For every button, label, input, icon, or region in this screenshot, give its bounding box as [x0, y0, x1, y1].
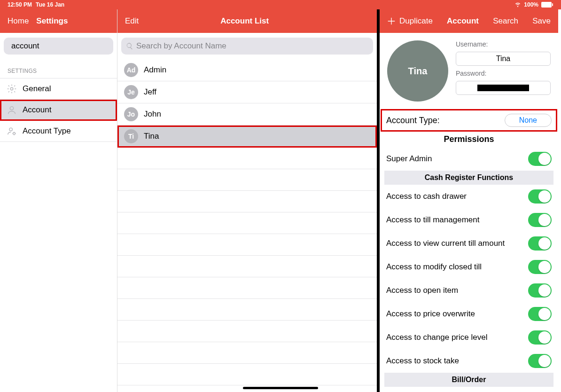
- person-gear-icon: [7, 126, 17, 136]
- sidebar-search-input[interactable]: [11, 41, 111, 51]
- toggle-perm[interactable]: [528, 330, 552, 345]
- perm-label: Access to till management: [386, 215, 479, 225]
- search-button[interactable]: Search: [493, 16, 518, 26]
- perm-row: Access to till management: [380, 208, 558, 232]
- svg-point-3: [10, 87, 13, 90]
- perm-label: Access to view current till amount: [386, 239, 505, 248]
- account-search-input[interactable]: [136, 41, 368, 51]
- perm-row: Access to cash drawer: [380, 185, 558, 208]
- account-search[interactable]: [121, 38, 373, 55]
- home-button[interactable]: Home: [8, 16, 29, 26]
- sidebar-title: Settings: [36, 16, 68, 26]
- account-list-title: Account List: [220, 16, 269, 26]
- perm-super-admin: Super Admin: [380, 147, 558, 171]
- sidebar-item-label: Account: [23, 105, 51, 115]
- account-list: AdAdminJeJeffJoJohnTiTina: [117, 59, 377, 385]
- edit-button[interactable]: Edit: [125, 16, 139, 26]
- toggle-perm[interactable]: [528, 213, 552, 227]
- sidebar-search[interactable]: [4, 38, 113, 55]
- account-name: Tina: [144, 132, 159, 141]
- password-mask: [477, 85, 529, 91]
- perm-row: Access to stock take: [380, 349, 558, 373]
- account-list-panel: Edit Account List AdAdminJeJeffJoJohnTiT…: [117, 9, 380, 392]
- sidebar-header: Home Settings: [0, 9, 117, 33]
- sidebar-item-label: General: [23, 84, 51, 94]
- perm-label: Access to modify closed till: [386, 262, 482, 272]
- username-field[interactable]: [456, 52, 551, 66]
- middle-header: Edit Account List: [117, 9, 377, 33]
- sidebar-item-label: Account Type: [23, 126, 71, 136]
- password-label: Password:: [456, 70, 551, 77]
- svg-point-4: [10, 107, 13, 110]
- svg-rect-0: [541, 2, 552, 8]
- settings-sidebar: Home Settings SETTINGS General: [0, 9, 117, 392]
- svg-rect-1: [552, 3, 553, 6]
- perm-label: Super Admin: [386, 154, 432, 164]
- avatar: Ad: [124, 63, 138, 77]
- sidebar-item-general[interactable]: General: [0, 78, 117, 100]
- account-type-button[interactable]: None: [505, 114, 552, 127]
- perm-row: Access to open item: [380, 279, 558, 302]
- toggle-perm[interactable]: [528, 236, 552, 251]
- permissions-header: Permissions: [380, 132, 558, 147]
- duplicate-button[interactable]: Duplicate: [386, 16, 433, 26]
- perm-row: Access to view current till amount: [380, 232, 558, 255]
- perm-label: Access to cash drawer: [386, 192, 467, 201]
- sidebar-item-account[interactable]: Account: [0, 100, 117, 121]
- toggle-perm[interactable]: [528, 260, 552, 274]
- profile-avatar[interactable]: Tina: [387, 40, 448, 102]
- account-row-jeff[interactable]: JeJeff: [117, 81, 377, 103]
- avatar: Jo: [124, 107, 138, 121]
- perm-label: Access to stock take: [386, 356, 459, 366]
- search-icon: [126, 42, 133, 50]
- username-label: Username:: [456, 40, 551, 48]
- person-icon: [7, 105, 17, 115]
- password-field[interactable]: [456, 81, 551, 95]
- status-date: Tue 16 Jan: [36, 1, 64, 8]
- account-type-row: Account Type: None: [381, 109, 557, 132]
- avatar: Ti: [124, 129, 138, 143]
- svg-point-6: [13, 133, 16, 135]
- perm-label: Access to open item: [386, 286, 458, 295]
- account-type-label: Account Type:: [386, 116, 440, 125]
- account-name: Jeff: [144, 87, 156, 97]
- toggle-super-admin[interactable]: [528, 152, 552, 166]
- sidebar-item-account-type[interactable]: Account Type: [0, 121, 117, 142]
- toggle-perm[interactable]: [528, 189, 552, 204]
- account-detail-panel: Duplicate Account Search Save Tina Usern…: [380, 9, 558, 392]
- svg-point-5: [9, 128, 12, 131]
- account-name: Admin: [144, 65, 166, 75]
- account-name: John: [144, 110, 161, 119]
- toggle-perm[interactable]: [528, 283, 552, 298]
- profile-section: Tina Username: Password:: [380, 33, 558, 109]
- account-row-admin[interactable]: AdAdmin: [117, 59, 377, 81]
- perm-row: Access to modify closed till: [380, 255, 558, 279]
- battery-percent: 100%: [524, 1, 538, 8]
- account-title: Account: [447, 16, 479, 26]
- account-row-john[interactable]: JoJohn: [117, 103, 377, 125]
- perm-row: Access to price overwrite: [380, 302, 558, 326]
- toggle-perm[interactable]: [528, 307, 552, 321]
- status-bar: 12:50 PM Tue 16 Jan 100%: [0, 0, 561, 9]
- battery-icon: [541, 2, 553, 8]
- account-row-tina[interactable]: TiTina: [117, 125, 377, 148]
- perm-row: Access to change price level: [380, 326, 558, 349]
- settings-section-header: SETTINGS: [0, 59, 117, 78]
- section-cash-register: Cash Register Functions: [384, 171, 553, 185]
- perm-label: Access to change price level: [386, 333, 487, 342]
- save-button[interactable]: Save: [532, 16, 551, 26]
- avatar: Je: [124, 85, 138, 99]
- right-header: Duplicate Account Search Save: [380, 9, 558, 33]
- wifi-icon: [514, 1, 521, 9]
- status-time: 12:50 PM: [8, 1, 32, 8]
- gear-icon: [7, 84, 17, 94]
- toggle-perm[interactable]: [528, 354, 552, 368]
- section-bill-order: Bill/Order: [384, 373, 553, 387]
- home-indicator: [243, 387, 318, 389]
- perm-label: Access to price overwrite: [386, 309, 475, 319]
